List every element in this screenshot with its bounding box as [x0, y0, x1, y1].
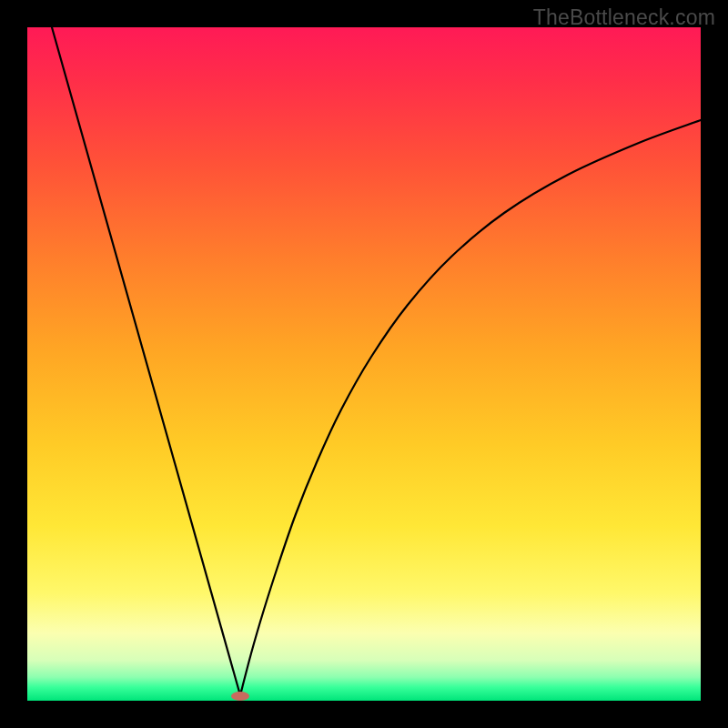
curve-group: [52, 27, 701, 701]
curve-svg: [27, 27, 701, 701]
watermark-text: TheBottleneck.com: [533, 5, 715, 30]
vertex-marker: [231, 692, 249, 701]
right-branch: [240, 120, 701, 695]
plot-area: [27, 27, 701, 701]
left-branch: [52, 27, 240, 695]
chart-frame: TheBottleneck.com: [0, 0, 728, 728]
